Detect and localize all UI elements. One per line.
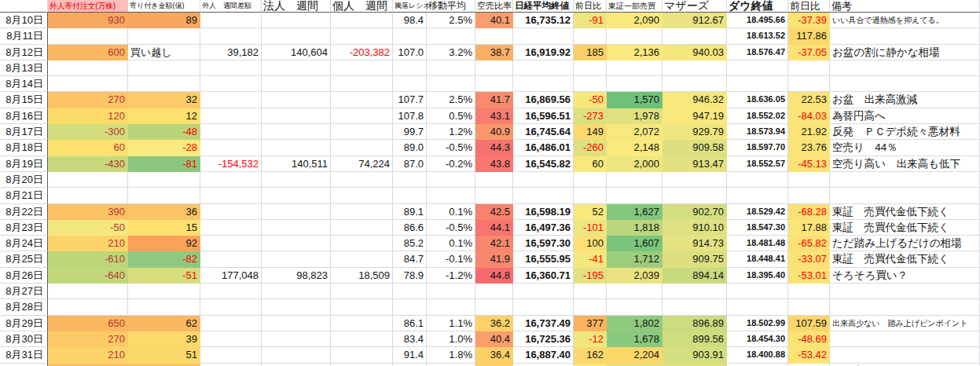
table-cell[interactable]: 149 bbox=[574, 124, 607, 140]
table-cell[interactable]: 899.56 bbox=[663, 331, 727, 347]
table-cell[interactable]: 210 bbox=[48, 347, 128, 363]
table-cell[interactable]: 空売り高い 出来高も低下 bbox=[830, 156, 980, 172]
table-cell[interactable]: 21.92 bbox=[788, 124, 830, 140]
table-cell[interactable] bbox=[128, 28, 200, 44]
table-cell[interactable]: 1,978 bbox=[607, 108, 663, 124]
table-cell[interactable] bbox=[200, 347, 262, 363]
col-header-k[interactable]: 前日比 bbox=[574, 0, 607, 13]
table-cell[interactable] bbox=[513, 60, 574, 76]
table-cell[interactable]: 2.5% bbox=[427, 13, 475, 28]
table-cell[interactable]: 140,511 bbox=[262, 156, 331, 172]
table-cell[interactable]: 2,000 bbox=[607, 156, 663, 172]
table-cell[interactable]: 17.88 bbox=[788, 220, 830, 236]
table-cell[interactable] bbox=[727, 284, 788, 299]
table-cell[interactable]: 1.1% bbox=[427, 316, 475, 331]
table-cell[interactable]: 18.547.30 bbox=[727, 220, 788, 236]
table-cell[interactable] bbox=[128, 299, 200, 315]
table-cell[interactable]: 177,048 bbox=[200, 268, 262, 284]
table-cell[interactable]: 2,039 bbox=[607, 268, 663, 284]
table-cell[interactable]: 98.4 bbox=[393, 13, 427, 28]
table-cell[interactable]: 98,823 bbox=[262, 268, 331, 284]
table-cell[interactable] bbox=[262, 76, 331, 92]
table-cell[interactable]: 929.79 bbox=[663, 124, 727, 140]
table-cell[interactable] bbox=[427, 299, 475, 315]
table-cell[interactable] bbox=[331, 108, 393, 124]
table-cell[interactable] bbox=[663, 284, 727, 299]
table-cell[interactable] bbox=[48, 188, 128, 203]
table-cell[interactable] bbox=[427, 284, 475, 299]
table-cell[interactable] bbox=[200, 220, 262, 236]
table-cell[interactable] bbox=[574, 28, 607, 44]
table-cell[interactable] bbox=[331, 172, 393, 188]
table-cell[interactable]: 16,919.92 bbox=[513, 45, 574, 60]
col-header-i[interactable]: 空売比率 bbox=[475, 0, 513, 13]
table-cell[interactable] bbox=[331, 284, 393, 299]
table-cell[interactable]: -37.39 bbox=[788, 13, 830, 28]
table-cell[interactable]: 1.0% bbox=[427, 331, 475, 347]
table-cell[interactable]: 16,597.30 bbox=[513, 236, 574, 251]
table-cell[interactable]: 18.502.99 bbox=[727, 316, 788, 331]
table-cell[interactable]: 1,802 bbox=[607, 316, 663, 331]
table-cell[interactable]: 89.0 bbox=[393, 140, 427, 156]
table-cell[interactable] bbox=[128, 172, 200, 188]
table-cell[interactable]: 18.448.41 bbox=[727, 251, 788, 267]
table-cell[interactable] bbox=[200, 108, 262, 124]
col-header-o[interactable]: 前日比 bbox=[788, 0, 830, 13]
table-cell[interactable] bbox=[830, 76, 980, 92]
table-cell[interactable] bbox=[331, 76, 393, 92]
table-cell[interactable] bbox=[331, 13, 393, 28]
table-cell[interactable]: 2.5% bbox=[427, 92, 475, 108]
table-cell[interactable]: 39,182 bbox=[200, 45, 262, 60]
table-cell[interactable]: 18.529.42 bbox=[727, 204, 788, 220]
table-cell[interactable] bbox=[788, 364, 830, 366]
table-cell[interactable] bbox=[727, 172, 788, 188]
table-cell[interactable] bbox=[48, 28, 128, 44]
table-cell[interactable]: 896.89 bbox=[663, 316, 727, 331]
col-header-b[interactable]: 外人寄付注文(万株) bbox=[48, 0, 128, 13]
date-cell[interactable]: 8月29日 bbox=[0, 316, 48, 331]
table-cell[interactable] bbox=[727, 299, 788, 315]
table-cell[interactable] bbox=[727, 60, 788, 76]
table-cell[interactable]: 87.0 bbox=[393, 156, 427, 172]
table-cell[interactable] bbox=[200, 331, 262, 347]
table-cell[interactable]: 出来高が少ない中での相場 bbox=[830, 364, 980, 366]
table-cell[interactable]: 16,887.40 bbox=[513, 347, 574, 363]
table-cell[interactable] bbox=[475, 172, 513, 188]
table-cell[interactable]: -50 bbox=[574, 92, 607, 108]
table-cell[interactable]: 18.576.47 bbox=[727, 45, 788, 60]
table-cell[interactable] bbox=[262, 364, 331, 366]
table-cell[interactable]: 41.7 bbox=[475, 92, 513, 108]
table-cell[interactable]: 86.6 bbox=[393, 220, 427, 236]
table-cell[interactable] bbox=[607, 60, 663, 76]
table-cell[interactable] bbox=[200, 316, 262, 331]
table-cell[interactable] bbox=[200, 299, 262, 315]
table-cell[interactable]: 390 bbox=[48, 204, 128, 220]
table-cell[interactable] bbox=[200, 251, 262, 267]
col-header-l[interactable]: 東証一部売買 bbox=[607, 0, 663, 13]
table-cell[interactable]: -300 bbox=[48, 124, 128, 140]
table-cell[interactable]: 2,090 bbox=[607, 13, 663, 28]
table-cell[interactable]: 18.636.05 bbox=[727, 92, 788, 108]
table-cell[interactable]: 38.7 bbox=[475, 45, 513, 60]
table-cell[interactable] bbox=[574, 76, 607, 92]
col-header-p[interactable]: 備考 bbox=[830, 0, 980, 13]
table-cell[interactable]: -50 bbox=[48, 220, 128, 236]
table-cell[interactable] bbox=[200, 364, 262, 366]
col-header-h[interactable]: 移動平均 bbox=[427, 0, 475, 13]
table-cell[interactable]: 41.9 bbox=[475, 251, 513, 267]
table-cell[interactable] bbox=[331, 236, 393, 251]
table-cell[interactable]: お盆 出来高激減 bbox=[830, 92, 980, 108]
col-header-d[interactable]: 外人 週間差額 bbox=[200, 0, 262, 13]
table-cell[interactable]: 18.454.30 bbox=[727, 331, 788, 347]
table-cell[interactable]: ただ踏み上げるだけの相場 bbox=[830, 236, 980, 251]
table-cell[interactable]: 91.4 bbox=[393, 347, 427, 363]
table-cell[interactable]: 18.573.94 bbox=[727, 124, 788, 140]
table-cell[interactable]: 16,869.56 bbox=[513, 92, 574, 108]
table-cell[interactable]: -48 bbox=[128, 124, 200, 140]
table-cell[interactable] bbox=[393, 76, 427, 92]
table-cell[interactable]: -0.5% bbox=[427, 140, 475, 156]
table-cell[interactable] bbox=[262, 236, 331, 251]
table-cell[interactable]: 空売り 44％ bbox=[830, 140, 980, 156]
table-cell[interactable]: 2,148 bbox=[607, 140, 663, 156]
table-cell[interactable] bbox=[607, 188, 663, 203]
